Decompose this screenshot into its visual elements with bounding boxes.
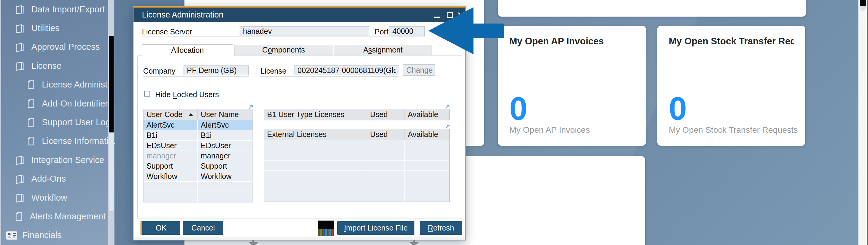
user-code-cell xyxy=(144,182,198,192)
user-row[interactable] xyxy=(144,182,253,192)
port-field[interactable] xyxy=(389,26,425,36)
user-row[interactable]: EDsUser EDsUser xyxy=(144,141,253,151)
sidebar-item-label: Data Import/Export xyxy=(31,4,104,15)
tab-allocation[interactable]: Allocation xyxy=(142,44,233,56)
document-icon xyxy=(14,212,23,221)
b1-used-column-header[interactable]: Used xyxy=(367,109,405,120)
external-license-row[interactable] xyxy=(264,161,450,171)
sidebar-item[interactable]: License Informati... xyxy=(1,132,109,151)
field-underline xyxy=(142,36,425,36)
dialog-bottom-strip xyxy=(133,237,465,240)
external-license-row[interactable] xyxy=(264,140,450,150)
sidebar-scrollbar[interactable] xyxy=(108,0,114,245)
dashboard-card-background-top xyxy=(498,0,806,17)
user-name-cell: B1i xyxy=(198,130,253,140)
license-number-field[interactable] xyxy=(294,65,399,75)
refresh-button[interactable]: Refresh xyxy=(420,221,462,235)
external-used-cell xyxy=(367,161,405,170)
user-code-cell: Support xyxy=(144,161,198,171)
user-name-column-header[interactable]: User Name xyxy=(198,109,253,120)
dialog-titlebar[interactable]: License Administration xyxy=(133,7,465,22)
external-license-row[interactable] xyxy=(264,191,450,201)
page-scrollbar[interactable] xyxy=(858,0,867,245)
field-underline xyxy=(260,76,399,77)
external-license-row[interactable] xyxy=(264,171,450,181)
document-icon xyxy=(27,80,35,90)
b1-table-header[interactable]: B1 User Type Licenses Used Available xyxy=(264,109,450,120)
external-table-body xyxy=(264,140,450,201)
module-folder-icon xyxy=(14,42,25,52)
sidebar-item[interactable]: License xyxy=(1,56,109,75)
allocation-tab-panel: Company License Change Hide Locked Users xyxy=(137,56,462,218)
sidebar-item[interactable]: Add-Ons xyxy=(1,169,109,188)
module-folder-icon xyxy=(14,192,25,203)
kpi-tile[interactable]: My Open AP Invoices 0 My Open AP Invoice… xyxy=(498,26,646,146)
external-license-row[interactable] xyxy=(264,150,450,161)
user-row[interactable]: B1i B1i xyxy=(144,130,253,141)
company-field[interactable] xyxy=(184,65,249,75)
sidebar-item[interactable]: Support User Log xyxy=(1,113,109,132)
change-button[interactable]: Change xyxy=(403,64,435,76)
sidebar-item[interactable]: Data Import/Export xyxy=(1,0,109,19)
user-row[interactable] xyxy=(144,192,253,202)
external-license-row[interactable] xyxy=(264,181,450,191)
user-code-column-header[interactable]: User Code xyxy=(144,109,198,120)
sidebar-item[interactable]: Utilities xyxy=(1,19,109,37)
tab-assignment[interactable]: Assignment xyxy=(334,45,432,55)
user-row[interactable]: AlertSvc AlertSvc xyxy=(144,120,253,130)
expand-table-icon[interactable] xyxy=(248,104,254,110)
document-icon xyxy=(27,99,35,109)
sidebar-item[interactable]: Integration Service xyxy=(1,151,109,169)
external-available-column-header[interactable]: Available xyxy=(405,129,450,140)
sidebar-item-label: Support User Log xyxy=(42,117,110,127)
page-scrollbar-thumb[interactable] xyxy=(860,0,866,11)
external-available-cell xyxy=(405,181,450,191)
external-license-cell xyxy=(264,171,367,181)
sidebar-item[interactable]: Financials xyxy=(1,226,109,245)
sidebar-item[interactable]: Workflow xyxy=(1,188,109,207)
user-name-cell: Workflow xyxy=(198,171,253,181)
external-license-cell xyxy=(264,140,367,150)
hide-locked-users-checkbox[interactable] xyxy=(144,91,150,97)
import-license-file-button[interactable]: Import License File xyxy=(337,221,414,235)
expand-table-icon[interactable] xyxy=(444,104,451,110)
external-license-cell xyxy=(264,161,367,170)
kpi-tile[interactable]: My Open Stock Transfer Req... 0 My Open … xyxy=(657,26,805,146)
sidebar-item[interactable]: Add-On Identifier... xyxy=(1,94,109,113)
sidebar-item-label: License xyxy=(31,61,61,71)
sidebar-scrollbar-thumb[interactable] xyxy=(109,36,114,211)
sidebar-item-label: Approval Process xyxy=(31,42,100,52)
users-table-header[interactable]: User Code User Name xyxy=(144,109,253,120)
user-name-cell: EDsUser xyxy=(198,141,253,151)
dialog-title: License Administration xyxy=(142,7,223,22)
sidebar-item[interactable]: Alerts Management xyxy=(1,207,109,226)
external-used-column-header[interactable]: Used xyxy=(367,129,405,140)
sidebar-item-label: License Informati... xyxy=(42,136,116,146)
external-table-header[interactable]: External Licenses Used Available xyxy=(264,129,450,140)
license-server-field[interactable] xyxy=(240,26,369,36)
external-used-cell xyxy=(367,150,405,160)
license-administration-dialog: License Administration License Server Po… xyxy=(133,6,466,241)
user-row[interactable]: manager manager xyxy=(144,151,253,161)
sidebar-item[interactable]: License Administ... xyxy=(1,76,109,94)
b1-license-column-header[interactable]: B1 User Type Licenses xyxy=(264,109,367,120)
license-label: License xyxy=(260,67,286,76)
user-name-cell xyxy=(198,192,253,202)
b1-available-column-header[interactable]: Available xyxy=(405,109,450,120)
ok-button[interactable]: OK xyxy=(141,221,180,235)
hide-locked-users-label: Hide Locked Users xyxy=(155,90,219,99)
external-used-cell xyxy=(367,171,405,181)
user-row[interactable]: Support Support xyxy=(144,161,253,171)
cancel-button[interactable]: Cancel xyxy=(183,221,223,235)
external-license-column-header[interactable]: External Licenses xyxy=(264,129,367,140)
sidebar-item-label: Utilities xyxy=(31,23,59,33)
sidebar-menu: Data Import/Export Utilities Approval Pr… xyxy=(1,0,109,245)
user-row[interactable]: Workflow Workflow xyxy=(144,171,253,182)
b1-user-type-licenses-table: B1 User Type Licenses Used Available xyxy=(264,109,450,120)
user-code-cell: B1i xyxy=(144,130,198,140)
tab-components[interactable]: Components xyxy=(234,45,333,55)
sidebar-item[interactable]: Approval Process xyxy=(1,38,109,56)
external-used-cell xyxy=(367,140,405,150)
user-code-cell: manager xyxy=(144,151,198,161)
expand-table-icon[interactable] xyxy=(444,124,451,130)
